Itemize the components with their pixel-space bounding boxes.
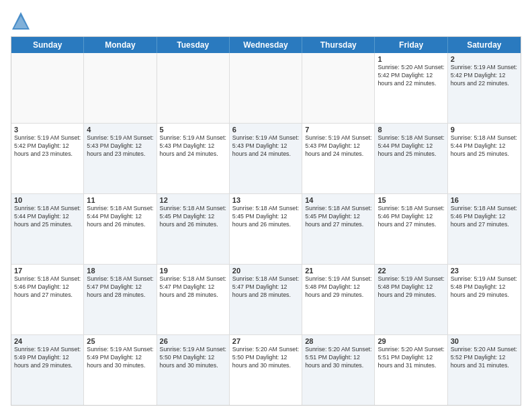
cell-info: Sunrise: 5:18 AM Sunset: 5:44 PM Dayligh… [378,134,444,158]
day-number: 11 [87,196,153,204]
calendar-cell [302,53,375,123]
cell-info: Sunrise: 5:20 AM Sunset: 5:42 PM Dayligh… [378,64,444,88]
calendar-cell: 2Sunrise: 5:19 AM Sunset: 5:42 PM Daylig… [448,53,521,123]
day-number: 12 [160,196,226,204]
day-number: 18 [87,267,153,275]
day-number: 9 [451,126,518,134]
calendar-cell: 28Sunrise: 5:20 AM Sunset: 5:51 PM Dayli… [302,335,375,405]
calendar-cell: 25Sunrise: 5:19 AM Sunset: 5:49 PM Dayli… [84,335,157,405]
day-number: 16 [451,196,518,204]
cell-info: Sunrise: 5:18 AM Sunset: 5:46 PM Dayligh… [378,205,444,229]
calendar-cell: 30Sunrise: 5:20 AM Sunset: 5:52 PM Dayli… [448,335,521,405]
day-number: 26 [160,337,226,345]
day-number: 14 [305,196,371,204]
cell-info: Sunrise: 5:19 AM Sunset: 5:48 PM Dayligh… [378,275,444,300]
day-number: 3 [14,126,81,134]
calendar-cell: 27Sunrise: 5:20 AM Sunset: 5:50 PM Dayli… [230,335,302,405]
day-number: 30 [451,337,518,345]
day-number: 17 [14,267,81,275]
logo [11,11,34,31]
calendar-cell: 23Sunrise: 5:19 AM Sunset: 5:48 PM Dayli… [448,265,521,334]
day-header-wednesday: Wednesday [230,37,302,53]
day-header-thursday: Thursday [302,37,375,53]
cell-info: Sunrise: 5:18 AM Sunset: 5:46 PM Dayligh… [451,205,518,229]
calendar-cell: 17Sunrise: 5:18 AM Sunset: 5:46 PM Dayli… [11,265,84,334]
calendar-cell: 26Sunrise: 5:19 AM Sunset: 5:50 PM Dayli… [157,335,230,405]
day-header-monday: Monday [84,37,157,53]
day-header-saturday: Saturday [448,37,521,53]
calendar: SundayMondayTuesdayWednesdayThursdayFrid… [11,36,521,406]
calendar-header-row: SundayMondayTuesdayWednesdayThursdayFrid… [11,37,521,53]
day-number: 4 [87,126,153,134]
calendar-week-5: 24Sunrise: 5:19 AM Sunset: 5:49 PM Dayli… [11,335,521,405]
calendar-cell: 9Sunrise: 5:18 AM Sunset: 5:44 PM Daylig… [448,124,521,193]
calendar-cell: 6Sunrise: 5:19 AM Sunset: 5:43 PM Daylig… [230,124,302,193]
calendar-cell: 21Sunrise: 5:19 AM Sunset: 5:48 PM Dayli… [302,265,375,334]
cell-info: Sunrise: 5:18 AM Sunset: 5:47 PM Dayligh… [160,275,226,300]
cell-info: Sunrise: 5:18 AM Sunset: 5:44 PM Dayligh… [87,205,153,229]
calendar-cell: 3Sunrise: 5:19 AM Sunset: 5:42 PM Daylig… [11,124,84,193]
day-number: 13 [232,196,299,204]
calendar-cell [157,53,230,123]
calendar-cell: 20Sunrise: 5:18 AM Sunset: 5:47 PM Dayli… [230,265,302,334]
calendar-cell: 14Sunrise: 5:18 AM Sunset: 5:45 PM Dayli… [302,194,375,264]
calendar-cell: 15Sunrise: 5:18 AM Sunset: 5:46 PM Dayli… [375,194,447,264]
cell-info: Sunrise: 5:18 AM Sunset: 5:47 PM Dayligh… [87,275,153,300]
calendar-cell: 4Sunrise: 5:19 AM Sunset: 5:43 PM Daylig… [84,124,157,193]
day-number: 23 [451,267,518,275]
calendar-cell [84,53,157,123]
day-number: 25 [87,337,153,345]
calendar-week-4: 17Sunrise: 5:18 AM Sunset: 5:46 PM Dayli… [11,265,521,335]
cell-info: Sunrise: 5:18 AM Sunset: 5:44 PM Dayligh… [451,134,518,158]
day-header-friday: Friday [375,37,447,53]
calendar-week-3: 10Sunrise: 5:18 AM Sunset: 5:44 PM Dayli… [11,194,521,265]
calendar-cell [230,53,302,123]
calendar-cell: 10Sunrise: 5:18 AM Sunset: 5:44 PM Dayli… [11,194,84,264]
day-number: 15 [378,196,444,204]
calendar-week-2: 3Sunrise: 5:19 AM Sunset: 5:42 PM Daylig… [11,124,521,194]
cell-info: Sunrise: 5:19 AM Sunset: 5:42 PM Dayligh… [14,134,81,158]
calendar-cell: 5Sunrise: 5:19 AM Sunset: 5:43 PM Daylig… [157,124,230,193]
calendar-cell: 11Sunrise: 5:18 AM Sunset: 5:44 PM Dayli… [84,194,157,264]
page-header [11,11,521,31]
cell-info: Sunrise: 5:20 AM Sunset: 5:50 PM Dayligh… [232,346,299,370]
calendar-cell: 29Sunrise: 5:20 AM Sunset: 5:51 PM Dayli… [375,335,447,405]
day-number: 1 [378,55,444,63]
cell-info: Sunrise: 5:20 AM Sunset: 5:51 PM Dayligh… [378,346,444,370]
calendar-cell [11,53,84,123]
cell-info: Sunrise: 5:18 AM Sunset: 5:45 PM Dayligh… [232,205,299,229]
calendar-cell: 12Sunrise: 5:18 AM Sunset: 5:45 PM Dayli… [157,194,230,264]
calendar-cell: 22Sunrise: 5:19 AM Sunset: 5:48 PM Dayli… [375,265,447,334]
calendar-cell: 7Sunrise: 5:19 AM Sunset: 5:43 PM Daylig… [302,124,375,193]
day-number: 8 [378,126,444,134]
cell-info: Sunrise: 5:18 AM Sunset: 5:44 PM Dayligh… [14,205,81,229]
day-number: 19 [160,267,226,275]
cell-info: Sunrise: 5:19 AM Sunset: 5:43 PM Dayligh… [160,134,226,158]
cell-info: Sunrise: 5:19 AM Sunset: 5:43 PM Dayligh… [305,134,371,158]
day-number: 22 [378,267,444,275]
day-number: 20 [232,267,299,275]
cell-info: Sunrise: 5:18 AM Sunset: 5:46 PM Dayligh… [14,275,81,300]
cell-info: Sunrise: 5:19 AM Sunset: 5:48 PM Dayligh… [451,275,518,300]
calendar-cell: 8Sunrise: 5:18 AM Sunset: 5:44 PM Daylig… [375,124,447,193]
cell-info: Sunrise: 5:20 AM Sunset: 5:52 PM Dayligh… [451,346,518,370]
logo-icon [11,11,31,31]
calendar-week-1: 1Sunrise: 5:20 AM Sunset: 5:42 PM Daylig… [11,53,521,124]
cell-info: Sunrise: 5:19 AM Sunset: 5:43 PM Dayligh… [87,134,153,158]
calendar-cell: 24Sunrise: 5:19 AM Sunset: 5:49 PM Dayli… [11,335,84,405]
day-number: 29 [378,337,444,345]
cell-info: Sunrise: 5:18 AM Sunset: 5:45 PM Dayligh… [305,205,371,229]
calendar-cell: 13Sunrise: 5:18 AM Sunset: 5:45 PM Dayli… [230,194,302,264]
calendar-cell: 19Sunrise: 5:18 AM Sunset: 5:47 PM Dayli… [157,265,230,334]
day-number: 5 [160,126,226,134]
calendar-body: 1Sunrise: 5:20 AM Sunset: 5:42 PM Daylig… [11,53,521,405]
calendar-cell: 16Sunrise: 5:18 AM Sunset: 5:46 PM Dayli… [448,194,521,264]
cell-info: Sunrise: 5:18 AM Sunset: 5:47 PM Dayligh… [232,275,299,300]
cell-info: Sunrise: 5:19 AM Sunset: 5:49 PM Dayligh… [14,346,81,370]
day-number: 27 [232,337,299,345]
day-number: 24 [14,337,81,345]
cell-info: Sunrise: 5:19 AM Sunset: 5:42 PM Dayligh… [451,64,518,88]
day-number: 10 [14,196,81,204]
day-number: 7 [305,126,371,134]
day-header-sunday: Sunday [11,37,84,53]
